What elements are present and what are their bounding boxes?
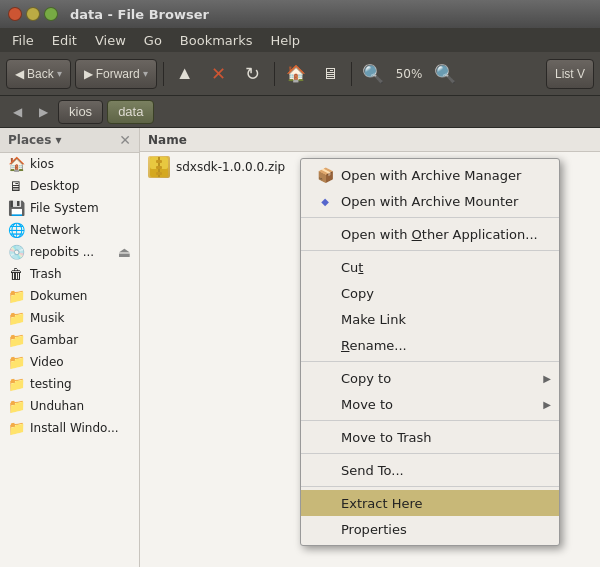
context-menu: 📦 Open with Archive Manager ◆ Open with … <box>300 158 560 546</box>
reload-button[interactable]: ↻ <box>238 59 268 89</box>
forward-button[interactable]: ▶ Forward ▾ <box>75 59 157 89</box>
zoom-in-button[interactable]: 🔍 <box>430 59 460 89</box>
move-to-icon <box>317 396 333 412</box>
other-app-icon <box>317 226 333 242</box>
sidebar-places-label: Places ▾ <box>8 133 62 147</box>
computer-button[interactable]: 🖥 <box>315 59 345 89</box>
sidebar-item-video[interactable]: 📁 Video <box>0 351 139 373</box>
sidebar-item-dokumen[interactable]: 📁 Dokumen <box>0 285 139 307</box>
rename-icon <box>317 337 333 353</box>
up-button[interactable]: ▲ <box>170 59 200 89</box>
file-name: sdxsdk-1.0.0.0.zip <box>176 160 285 174</box>
ctx-move-to[interactable]: Move to <box>301 391 559 417</box>
stop-button[interactable]: ✕ <box>204 59 234 89</box>
ctx-extract-here[interactable]: Extract Here <box>301 490 559 516</box>
toolbar-separator-2 <box>274 62 275 86</box>
menu-view[interactable]: View <box>87 31 134 50</box>
menu-help[interactable]: Help <box>262 31 308 50</box>
desktop-icon: 🖥 <box>8 178 24 194</box>
sidebar-item-repobits[interactable]: 💿 repobits ... ⏏ <box>0 241 139 263</box>
file-area: Name sdxsdk-1.0.0.0.zip 📦 Open with Arch… <box>140 128 600 567</box>
zoom-in-icon: 🔍 <box>434 63 456 85</box>
minimize-button[interactable] <box>26 7 40 21</box>
breadcrumb-data[interactable]: data <box>107 100 154 124</box>
ctx-rename[interactable]: Rename... <box>301 332 559 358</box>
menu-go[interactable]: Go <box>136 31 170 50</box>
mounter-icon: ◆ <box>317 193 333 209</box>
ctx-make-link[interactable]: Make Link <box>301 306 559 332</box>
nav-forward-btn[interactable]: ▶ <box>32 101 54 123</box>
ctx-copy[interactable]: Copy <box>301 280 559 306</box>
ctx-cut[interactable]: Cut <box>301 254 559 280</box>
menu-bookmarks[interactable]: Bookmarks <box>172 31 261 50</box>
reload-icon: ↻ <box>245 63 260 85</box>
menu-edit[interactable]: Edit <box>44 31 85 50</box>
sidebar-item-trash[interactable]: 🗑 Trash <box>0 263 139 285</box>
home-button[interactable]: 🏠 <box>281 59 311 89</box>
sidebar: Places ▾ ✕ 🏠 kios 🖥 Desktop 💾 File Syste… <box>0 128 140 567</box>
properties-icon <box>317 521 333 537</box>
eject-icon[interactable]: ⏏ <box>118 244 131 260</box>
trash-icon <box>317 429 333 445</box>
zip-file-icon <box>148 156 170 178</box>
sidebar-item-install-windows[interactable]: 📁 Install Windo... <box>0 417 139 439</box>
sidebar-item-gambar[interactable]: 📁 Gambar <box>0 329 139 351</box>
window-title: data - File Browser <box>70 7 209 22</box>
svg-rect-3 <box>156 160 162 163</box>
close-button[interactable] <box>8 7 22 21</box>
archive-icon: 📦 <box>317 167 333 183</box>
window-controls <box>8 7 58 21</box>
toolbar: ◀ Back ▾ ▶ Forward ▾ ▲ ✕ ↻ 🏠 🖥 🔍 50% 🔍 L… <box>0 52 600 96</box>
ctx-move-to-trash[interactable]: Move to Trash <box>301 424 559 450</box>
filesystem-icon: 💾 <box>8 200 24 216</box>
sidebar-item-filesystem[interactable]: 💾 File System <box>0 197 139 219</box>
stop-icon: ✕ <box>211 63 226 85</box>
zoom-level: 50% <box>392 67 427 81</box>
breadcrumb-kios[interactable]: kios <box>58 100 103 124</box>
ctx-open-archive-mounter[interactable]: ◆ Open with Archive Mounter <box>301 188 559 214</box>
forward-arrow-icon: ▾ <box>143 68 148 79</box>
home-icon: 🏠 <box>286 64 306 83</box>
network-icon: 🌐 <box>8 222 24 238</box>
zoom-out-button[interactable]: 🔍 <box>358 59 388 89</box>
cut-icon <box>317 259 333 275</box>
toolbar-separator-1 <box>163 62 164 86</box>
main-area: Places ▾ ✕ 🏠 kios 🖥 Desktop 💾 File Syste… <box>0 128 600 567</box>
link-icon <box>317 311 333 327</box>
sidebar-item-network[interactable]: 🌐 Network <box>0 219 139 241</box>
sidebar-item-unduhan[interactable]: 📁 Unduhan <box>0 395 139 417</box>
toolbar-separator-3 <box>351 62 352 86</box>
extract-icon <box>317 495 333 511</box>
ctx-open-other[interactable]: Open with Other Application... <box>301 221 559 247</box>
maximize-button[interactable] <box>44 7 58 21</box>
ctx-send-to[interactable]: Send To... <box>301 457 559 483</box>
sidebar-close-button[interactable]: ✕ <box>119 132 131 148</box>
folder-icon: 📁 <box>8 420 24 436</box>
ctx-open-archive-manager[interactable]: 📦 Open with Archive Manager <box>301 162 559 188</box>
ctx-copy-to[interactable]: Copy to <box>301 365 559 391</box>
titlebar: data - File Browser <box>0 0 600 28</box>
nav-back-btn[interactable]: ◀ <box>6 101 28 123</box>
disc-icon: 💿 <box>8 244 24 260</box>
forward-icon: ▶ <box>84 67 93 81</box>
home-icon: 🏠 <box>8 156 24 172</box>
send-icon <box>317 462 333 478</box>
folder-icon: 📁 <box>8 376 24 392</box>
menu-file[interactable]: File <box>4 31 42 50</box>
copy-icon <box>317 285 333 301</box>
sidebar-item-desktop[interactable]: 🖥 Desktop <box>0 175 139 197</box>
ctx-separator-4 <box>301 420 559 421</box>
locationbar: ◀ ▶ kios data <box>0 96 600 128</box>
ctx-separator-3 <box>301 361 559 362</box>
back-button[interactable]: ◀ Back ▾ <box>6 59 71 89</box>
up-icon: ▲ <box>176 63 194 84</box>
sidebar-item-kios[interactable]: 🏠 kios <box>0 153 139 175</box>
sidebar-item-musik[interactable]: 📁 Musik <box>0 307 139 329</box>
ctx-separator-2 <box>301 250 559 251</box>
back-arrow-icon: ▾ <box>57 68 62 79</box>
ctx-properties[interactable]: Properties <box>301 516 559 542</box>
column-header-name: Name <box>140 128 600 152</box>
computer-icon: 🖥 <box>322 65 338 83</box>
list-view-button[interactable]: List V <box>546 59 594 89</box>
sidebar-item-testing[interactable]: 📁 testing <box>0 373 139 395</box>
